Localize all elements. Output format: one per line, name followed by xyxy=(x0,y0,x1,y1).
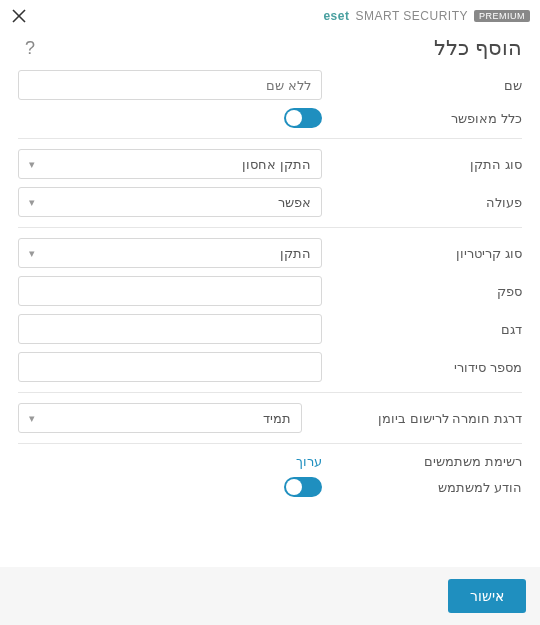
criterion-type-value: התקן xyxy=(280,246,311,261)
enabled-label: כלל מאופשר xyxy=(322,111,522,126)
brand-product: SMART SECURITY xyxy=(355,9,468,23)
model-label: דגם xyxy=(322,322,522,337)
vendor-input[interactable] xyxy=(18,276,322,306)
close-icon[interactable] xyxy=(10,7,28,25)
brand-premium: PREMIUM xyxy=(474,10,530,22)
criterion-type-select[interactable]: התקן ▾ xyxy=(18,238,322,268)
notify-label: הודע למשתמש xyxy=(322,480,522,495)
chevron-down-icon: ▾ xyxy=(29,412,35,425)
action-select[interactable]: אפשר ▾ xyxy=(18,187,322,217)
device-type-value: התקן אחסון xyxy=(242,157,311,172)
chevron-down-icon: ▾ xyxy=(29,247,35,260)
divider xyxy=(18,392,522,393)
help-icon[interactable]: ? xyxy=(18,36,42,60)
notify-toggle[interactable] xyxy=(284,477,322,497)
divider xyxy=(18,138,522,139)
chevron-down-icon: ▾ xyxy=(29,158,35,171)
vendor-label: ספק xyxy=(322,284,522,299)
users-label: רשימת משתמשים xyxy=(322,454,522,469)
ok-button[interactable]: אישור xyxy=(448,579,526,613)
severity-select[interactable]: תמיד ▾ xyxy=(18,403,302,433)
brand-block: eset SMART SECURITY PREMIUM xyxy=(323,9,530,23)
device-type-label: סוג התקן xyxy=(322,157,522,172)
dialog-content: הוסף כלל ? שם כלל מאופשר סוג התקן התקן א… xyxy=(0,32,540,567)
enabled-toggle[interactable] xyxy=(284,108,322,128)
severity-value: תמיד xyxy=(263,411,291,426)
model-input[interactable] xyxy=(18,314,322,344)
dialog-footer: אישור xyxy=(0,567,540,625)
serial-label: מספר סידורי xyxy=(322,360,522,375)
criterion-type-label: סוג קריטריון xyxy=(322,246,522,261)
divider xyxy=(18,443,522,444)
action-label: פעולה xyxy=(322,195,522,210)
divider xyxy=(18,227,522,228)
edit-users-link[interactable]: ערוך xyxy=(296,454,322,469)
chevron-down-icon: ▾ xyxy=(29,196,35,209)
name-label: שם xyxy=(322,78,522,93)
name-input[interactable] xyxy=(18,70,322,100)
severity-label: דרגת חומרה לרישום ביומן xyxy=(302,411,522,426)
serial-input[interactable] xyxy=(18,352,322,382)
brand-eset: eset xyxy=(323,9,349,23)
device-type-select[interactable]: התקן אחסון ▾ xyxy=(18,149,322,179)
page-title: הוסף כלל xyxy=(434,36,522,60)
action-value: אפשר xyxy=(278,195,311,210)
